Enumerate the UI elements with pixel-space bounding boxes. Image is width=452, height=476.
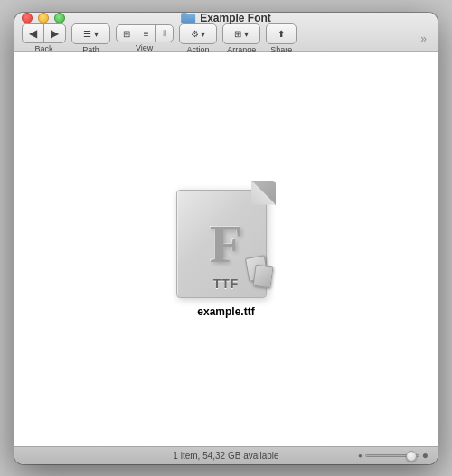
- file-container: F TTF example.ttf: [176, 181, 276, 318]
- content-area: F TTF example.ttf: [14, 52, 438, 446]
- view-label: View: [136, 43, 153, 52]
- window-title: Example Font: [181, 13, 271, 24]
- icon-view-btn[interactable]: ⊞: [117, 25, 137, 42]
- minimize-button[interactable]: [38, 13, 49, 23]
- action-group: ⚙ ▾ Action: [179, 23, 218, 54]
- back-forward-group: ◀ ▶: [22, 23, 66, 43]
- path-icon-btn[interactable]: ☰ ▾: [77, 26, 105, 42]
- action-icon-btn[interactable]: ⚙ ▾: [184, 26, 212, 42]
- slider-track[interactable]: [365, 454, 419, 457]
- nav-group: ◀ ▶ Back: [22, 23, 66, 53]
- share-group: ⬆ Share: [266, 23, 297, 54]
- zoom-slider[interactable]: ● ●: [358, 449, 428, 462]
- statusbar: 1 item, 54,32 GB available ● ●: [14, 446, 438, 464]
- back-button[interactable]: ◀: [23, 24, 44, 42]
- statusbar-text: 1 item, 54,32 GB available: [173, 451, 278, 461]
- arrange-btn[interactable]: ⊞ ▾: [222, 23, 260, 44]
- zoom-out-icon: ●: [358, 452, 363, 460]
- tool-item-2: [252, 264, 273, 288]
- share-btn[interactable]: ⬆: [266, 23, 297, 44]
- close-button[interactable]: [22, 13, 33, 23]
- view-btn-group: ⊞ ≡ ⦀: [116, 24, 174, 42]
- titlebar: Example Font ◀ ▶ Back ☰ ▾ Path: [14, 13, 438, 52]
- list-view-btn[interactable]: ≡: [137, 25, 156, 42]
- arrange-icon-btn[interactable]: ⊞ ▾: [228, 26, 255, 42]
- arrange-group: ⊞ ▾ Arrange: [222, 23, 260, 54]
- file-type-badge: TTF: [213, 276, 240, 291]
- share-icon-btn[interactable]: ⬆: [271, 26, 291, 42]
- titlebar-top: Example Font: [14, 13, 438, 23]
- view-group: ⊞ ≡ ⦀ View: [116, 24, 174, 52]
- file-type-letter: F: [210, 217, 243, 271]
- finder-window: Example Font ◀ ▶ Back ☰ ▾ Path: [14, 13, 438, 464]
- toolbar: ◀ ▶ Back ☰ ▾ Path ⊞ ≡ ⦀ View: [14, 23, 438, 54]
- slider-thumb[interactable]: [406, 451, 417, 462]
- action-btn[interactable]: ⚙ ▾: [179, 23, 218, 44]
- tools-overlay: [243, 255, 276, 287]
- maximize-button[interactable]: [54, 13, 65, 23]
- folder-icon: [181, 13, 195, 23]
- column-view-btn[interactable]: ⦀: [156, 25, 173, 42]
- path-btn[interactable]: ☰ ▾: [71, 23, 110, 44]
- zoom-in-icon: ●: [422, 449, 428, 462]
- toolbar-expand-btn[interactable]: »: [417, 29, 430, 49]
- forward-button[interactable]: ▶: [44, 24, 65, 42]
- filename-label: example.ttf: [197, 305, 254, 318]
- path-group: ☰ ▾ Path: [71, 23, 110, 54]
- traffic-lights: [22, 13, 65, 23]
- file-icon[interactable]: F TTF: [176, 181, 276, 298]
